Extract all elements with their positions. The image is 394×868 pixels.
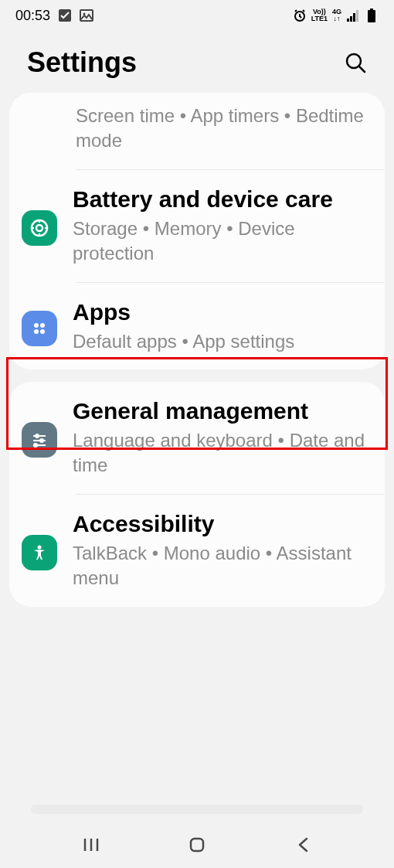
alarm-icon (293, 9, 307, 22)
page-title: Settings (27, 46, 137, 79)
list-item-general-management[interactable]: General management Language and keyboard… (9, 382, 385, 494)
back-button[interactable] (287, 829, 318, 860)
list-item-digital-wellbeing-partial[interactable]: Screen time • App timers • Bedtime mode (9, 93, 385, 169)
sliders-icon (22, 422, 57, 458)
home-icon (188, 836, 206, 854)
svg-point-21 (40, 439, 43, 442)
search-icon (344, 51, 367, 74)
device-care-icon (22, 210, 57, 246)
apps-icon (22, 311, 57, 346)
svg-point-24 (38, 546, 42, 550)
battery-icon (365, 9, 379, 22)
svg-point-17 (40, 329, 45, 334)
list-item-battery-device-care[interactable]: Battery and device care Storage • Memory… (9, 170, 385, 282)
svg-point-14 (34, 323, 39, 328)
app-header: Settings (0, 31, 394, 93)
network-gen-label: 4G ↓↑ (332, 9, 341, 22)
svg-point-23 (34, 444, 37, 447)
status-bar: 00:53 Vo)) LTE1 4G ↓↑ (0, 0, 394, 31)
item-subtitle: TalkBack • Mono audio • Assistant menu (73, 541, 368, 591)
list-item-accessibility[interactable]: Accessibility TalkBack • Mono audio • As… (9, 495, 385, 607)
item-subtitle: Storage • Memory • Device protection (73, 216, 368, 267)
svg-point-16 (34, 329, 39, 334)
signal-icon (346, 9, 360, 22)
svg-rect-1 (80, 10, 93, 21)
item-title: General management (73, 397, 368, 425)
svg-rect-28 (191, 839, 203, 851)
svg-point-19 (36, 434, 39, 437)
svg-rect-5 (350, 16, 352, 22)
navigation-bar (0, 822, 394, 868)
recents-button[interactable] (76, 829, 107, 860)
search-button[interactable] (340, 47, 371, 78)
list-item-apps[interactable]: Apps Default apps • App settings (9, 283, 385, 369)
svg-point-15 (40, 323, 45, 328)
settings-card-2: General management Language and keyboard… (9, 382, 385, 607)
status-right: Vo)) LTE1 4G ↓↑ (293, 9, 379, 22)
accessibility-icon (22, 535, 57, 570)
volte-label: Vo)) LTE1 (311, 9, 328, 22)
settings-card-1: Screen time • App timers • Bedtime mode … (9, 93, 385, 369)
svg-rect-7 (356, 10, 358, 22)
item-subtitle: Language and keyboard • Date and time (73, 428, 368, 478)
scroll-indicator (31, 805, 363, 814)
svg-rect-4 (347, 19, 349, 22)
recents-icon (82, 837, 100, 853)
item-subtitle: Screen time • App timers • Bedtime mode (76, 104, 368, 154)
status-left: 00:53 (15, 8, 93, 24)
data-arrows-icon: ↓↑ (333, 15, 340, 22)
checkbox-icon (58, 9, 72, 22)
item-title: Accessibility (73, 510, 368, 538)
svg-rect-6 (353, 13, 355, 22)
svg-rect-8 (370, 9, 373, 10)
image-icon (80, 9, 93, 22)
status-time: 00:53 (15, 8, 50, 24)
svg-rect-9 (368, 10, 375, 22)
item-title: Battery and device care (73, 186, 368, 213)
back-icon (296, 836, 310, 854)
svg-line-11 (359, 66, 365, 72)
home-button[interactable] (182, 829, 212, 860)
item-subtitle: Default apps • App settings (73, 329, 368, 354)
item-title: Apps (73, 298, 368, 326)
svg-point-13 (36, 225, 42, 231)
